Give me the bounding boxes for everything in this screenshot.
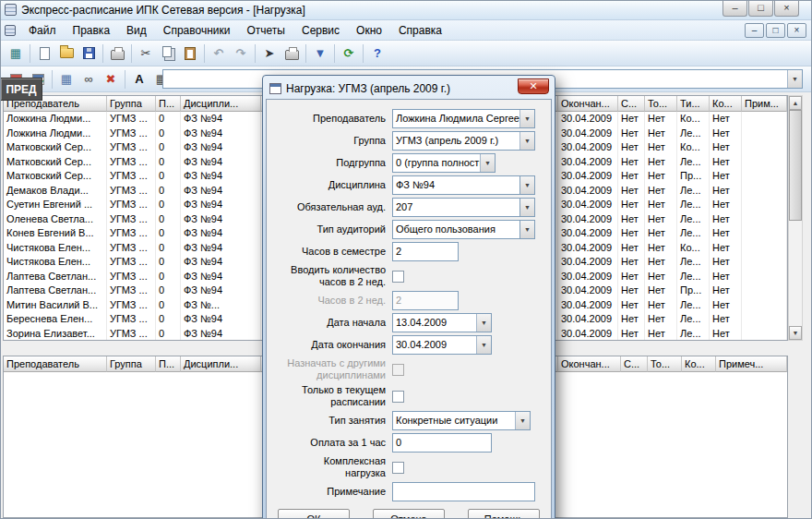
- help-button[interactable]: Помощь: [468, 509, 540, 519]
- print-button[interactable]: [106, 42, 128, 65]
- cell: 30.04.2009: [558, 198, 618, 212]
- chevron-down-icon[interactable]: ▼: [519, 221, 534, 238]
- cut-button[interactable]: ✂: [135, 42, 157, 65]
- pay-per-hour-input[interactable]: 0: [392, 433, 492, 453]
- column-header[interactable]: С...: [621, 356, 648, 372]
- date-start-combobox[interactable]: 13.04.2009▼: [392, 313, 492, 332]
- cell: ФЗ №94: [181, 327, 261, 342]
- column-header[interactable]: Примеч...: [716, 356, 787, 372]
- cancel-button[interactable]: Отмена: [373, 509, 445, 519]
- column-header[interactable]: Прим...: [742, 96, 787, 112]
- chevron-down-icon[interactable]: ▼: [480, 154, 495, 172]
- menu-item-6[interactable]: Сервис: [293, 21, 348, 40]
- column-header[interactable]: Дисципли...: [181, 96, 261, 112]
- chevron-down-icon[interactable]: ▼: [476, 336, 491, 354]
- cell: Чистякова Елен...: [4, 255, 107, 270]
- column-header[interactable]: Группа: [107, 356, 156, 372]
- vertical-scrollbar[interactable]: ▲ ▼: [788, 95, 803, 341]
- column-header[interactable]: Окончан...: [558, 96, 618, 112]
- undo-button[interactable]: ↶: [208, 42, 230, 65]
- context-help-button[interactable]: ?: [366, 42, 388, 65]
- cell: Ложкина Людми...: [4, 112, 107, 127]
- schedule-button[interactable]: ▦: [5, 42, 27, 65]
- menu-item-5[interactable]: Отчеты: [238, 21, 293, 40]
- save-button[interactable]: [78, 42, 100, 65]
- column-header[interactable]: С...: [618, 96, 645, 112]
- column-header[interactable]: Ко...: [710, 96, 742, 112]
- menu-item-4[interactable]: Справочники: [155, 21, 239, 40]
- menu-item-8[interactable]: Справка: [390, 21, 450, 40]
- mdi-close-button[interactable]: ×: [787, 23, 806, 38]
- go-button[interactable]: ➤: [258, 42, 281, 65]
- cell: Ле...: [677, 327, 710, 342]
- font-button[interactable]: A: [128, 68, 150, 91]
- column-header[interactable]: Группа: [107, 96, 156, 112]
- open-folder-button[interactable]: [55, 42, 78, 65]
- close-button[interactable]: ×: [774, 0, 799, 17]
- complex-load-checkbox[interactable]: [392, 462, 404, 474]
- close-button[interactable]: ✕: [518, 78, 549, 94]
- cell: 0: [156, 284, 181, 298]
- menu-item-2[interactable]: Правка: [65, 21, 119, 40]
- teacher-combobox[interactable]: Ложкина Людмила Сергеевна▼: [392, 109, 535, 128]
- filter-button[interactable]: ▼: [309, 42, 331, 65]
- new-document-button[interactable]: [33, 42, 55, 65]
- copy-button[interactable]: [157, 42, 179, 65]
- grid-add-button[interactable]: ▦: [55, 68, 78, 91]
- print-preview-button[interactable]: [281, 42, 303, 65]
- cell: Конев Евгений В...: [4, 226, 107, 241]
- chevron-down-icon[interactable]: ▼: [519, 199, 534, 216]
- cell: Нет: [710, 298, 742, 313]
- lesson-type-combobox[interactable]: Конкретные ситуации▼: [392, 411, 531, 430]
- chevron-down-icon[interactable]: ▼: [519, 110, 534, 127]
- link-button[interactable]: ∞: [78, 68, 100, 91]
- group-combobox[interactable]: УГМЗ (апрель 2009 г.)▼: [392, 131, 535, 151]
- dialog-title-bar[interactable]: Нагрузка: УГМЗ (апрель 2009 г.) ✕: [266, 78, 552, 99]
- cell: 0: [156, 212, 181, 227]
- cell: Суетин Евгений ...: [4, 198, 107, 212]
- redo-button[interactable]: ↷: [230, 42, 252, 65]
- cell: УГМЗ ...: [107, 270, 156, 284]
- scroll-down-icon[interactable]: ▼: [789, 326, 802, 340]
- note-input[interactable]: [392, 482, 535, 501]
- chevron-down-icon[interactable]: ▼: [519, 132, 534, 150]
- only-current-schedule-checkbox[interactable]: [392, 391, 404, 403]
- scrollbar-thumb[interactable]: [789, 110, 802, 221]
- menu-item-3[interactable]: Вид: [118, 21, 155, 40]
- mdi-restore-button[interactable]: □: [766, 23, 785, 38]
- chevron-down-icon[interactable]: ▼: [515, 412, 530, 429]
- chevron-down-icon[interactable]: ▼: [476, 314, 491, 332]
- chevron-down-icon[interactable]: ▼: [787, 70, 802, 88]
- hours-semester-input[interactable]: 2: [392, 242, 459, 261]
- minimize-button[interactable]: –: [722, 0, 747, 17]
- column-header[interactable]: П...: [156, 96, 181, 112]
- enter-2week-checkbox[interactable]: [392, 271, 404, 283]
- date-end-combobox[interactable]: 30.04.2009▼: [392, 335, 492, 355]
- mdi-minimize-button[interactable]: –: [745, 23, 764, 38]
- room-type-combobox[interactable]: Общего пользования▼: [392, 220, 535, 239]
- column-header[interactable]: П...: [156, 356, 181, 372]
- delete-button[interactable]: ✖: [100, 68, 122, 91]
- ok-button[interactable]: ОК: [278, 509, 350, 519]
- maximize-button[interactable]: □: [748, 0, 773, 17]
- menu-item-7[interactable]: Окно: [348, 21, 390, 40]
- column-header[interactable]: Дисципли...: [181, 356, 261, 372]
- column-header[interactable]: То...: [645, 96, 677, 112]
- cell: Матковский Сер...: [4, 140, 107, 155]
- cell: Демаков Влади...: [4, 184, 107, 199]
- cell: ФЗ №94: [181, 255, 261, 270]
- scroll-up-icon[interactable]: ▲: [789, 96, 802, 110]
- column-header[interactable]: Окончан...: [558, 356, 621, 372]
- cell: Нет: [710, 284, 742, 298]
- required-room-combobox[interactable]: 207▼: [392, 198, 535, 217]
- paste-button[interactable]: [179, 42, 201, 65]
- discipline-combobox[interactable]: ФЗ №94▼: [392, 175, 535, 195]
- refresh-button[interactable]: ⟳: [338, 42, 360, 65]
- menu-item-1[interactable]: Файл: [20, 21, 65, 40]
- column-header[interactable]: Ко...: [682, 356, 716, 372]
- column-header[interactable]: Преподаватель: [4, 356, 107, 372]
- column-header[interactable]: Ти...: [677, 96, 710, 112]
- subgroup-combobox[interactable]: 0 (группа полностью)▼: [392, 153, 496, 173]
- column-header[interactable]: То...: [648, 356, 682, 372]
- chevron-down-icon[interactable]: ▼: [519, 176, 534, 194]
